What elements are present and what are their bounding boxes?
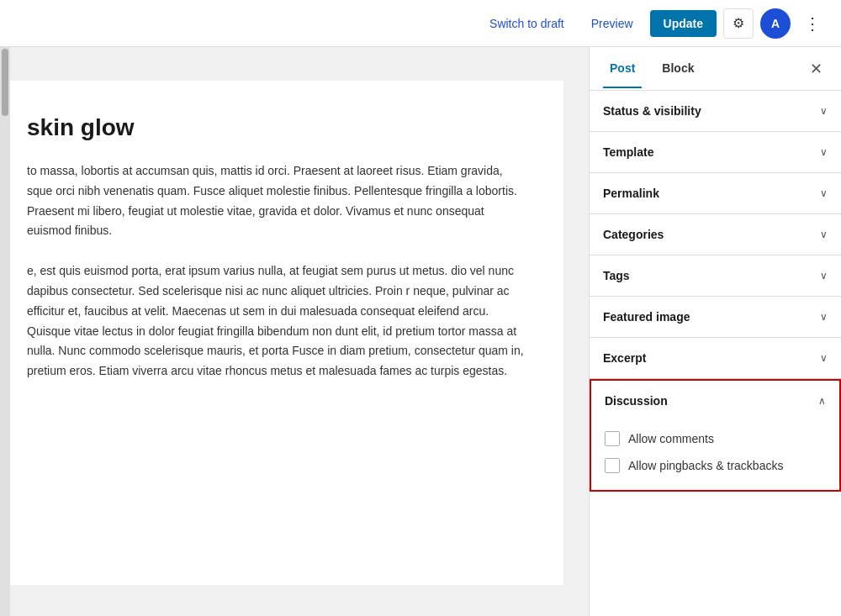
toolbar: Switch to draft Preview Update ⚙ A ⋮: [0, 0, 841, 47]
gear-icon: ⚙: [733, 15, 744, 31]
more-options-button[interactable]: ⋮: [797, 10, 828, 37]
panel-discussion-header[interactable]: Discussion: [591, 381, 839, 421]
panel-template: Template: [590, 132, 841, 173]
chevron-up-icon: [818, 395, 826, 407]
panel-categories: Categories: [590, 214, 841, 255]
panel-excerpt-header[interactable]: Excerpt: [590, 338, 841, 378]
panel-categories-title: Categories: [603, 228, 664, 241]
settings-button[interactable]: ⚙: [723, 8, 754, 39]
chevron-down-icon: [820, 187, 828, 199]
main-layout: skin glow to massa, lobortis at accumsan…: [0, 47, 841, 616]
panel-discussion-title: Discussion: [605, 394, 668, 408]
preview-button[interactable]: Preview: [581, 12, 643, 35]
avatar-label: A: [771, 17, 780, 30]
panel-permalink: Permalink: [590, 173, 841, 214]
panel-tags: Tags: [590, 255, 841, 297]
panel-excerpt-title: Excerpt: [603, 351, 646, 365]
scrollbar-track[interactable]: [0, 47, 10, 616]
panel-tags-title: Tags: [603, 269, 630, 282]
content-area: skin glow to massa, lobortis at accumsan…: [10, 47, 589, 616]
sidebar-tabs: Post Block ✕: [590, 47, 841, 91]
update-button[interactable]: Update: [650, 10, 717, 37]
panel-template-header[interactable]: Template: [590, 132, 841, 172]
panel-excerpt: Excerpt: [590, 338, 841, 379]
content-paragraph-1: to massa, lobortis at accumsan quis, mat…: [27, 161, 530, 241]
panel-categories-header[interactable]: Categories: [590, 214, 841, 255]
panel-template-title: Template: [603, 145, 653, 159]
panel-permalink-header[interactable]: Permalink: [590, 173, 841, 213]
chevron-down-icon: [820, 146, 828, 158]
allow-comments-label: Allow comments: [628, 432, 714, 445]
switch-to-draft-button[interactable]: Switch to draft: [479, 12, 574, 35]
chevron-down-icon: [820, 229, 828, 240]
tab-post[interactable]: Post: [603, 50, 642, 88]
allow-comments-row: Allow comments: [605, 431, 826, 446]
allow-pingbacks-label: Allow pingbacks & trackbacks: [628, 459, 783, 472]
allow-comments-checkbox[interactable]: [605, 431, 620, 446]
panel-discussion: Discussion Allow comments Allow pingback…: [590, 379, 841, 492]
chevron-down-icon: [820, 105, 828, 117]
more-icon: ⋮: [804, 14, 821, 33]
panel-featured-image-header[interactable]: Featured image: [590, 297, 841, 337]
sidebar: Post Block ✕ Status & visibility Templat…: [589, 47, 841, 616]
content-inner: skin glow to massa, lobortis at accumsan…: [10, 81, 563, 585]
allow-pingbacks-checkbox[interactable]: [605, 458, 620, 473]
chevron-down-icon: [820, 311, 828, 323]
content-wrapper: skin glow to massa, lobortis at accumsan…: [0, 47, 589, 616]
close-icon: ✕: [810, 60, 822, 78]
avatar-button[interactable]: A: [760, 8, 791, 39]
allow-pingbacks-row: Allow pingbacks & trackbacks: [605, 458, 826, 473]
panel-permalink-title: Permalink: [603, 187, 659, 200]
content-paragraph-2: e, est quis euismod porta, erat ipsum va…: [27, 261, 530, 382]
chevron-down-icon: [820, 352, 828, 364]
panel-featured-image: Featured image: [590, 297, 841, 338]
post-title: skin glow: [27, 114, 530, 141]
panel-status-visibility: Status & visibility: [590, 91, 841, 132]
scrollbar-thumb: [2, 49, 8, 116]
tab-block[interactable]: Block: [655, 50, 701, 88]
panel-featured-image-title: Featured image: [603, 310, 690, 324]
sidebar-close-button[interactable]: ✕: [804, 57, 828, 81]
panel-status-visibility-title: Status & visibility: [603, 104, 701, 118]
panel-status-visibility-header[interactable]: Status & visibility: [590, 91, 841, 131]
panel-tags-header[interactable]: Tags: [590, 255, 841, 296]
chevron-down-icon: [820, 270, 828, 282]
discussion-content: Allow comments Allow pingbacks & trackba…: [591, 421, 839, 490]
